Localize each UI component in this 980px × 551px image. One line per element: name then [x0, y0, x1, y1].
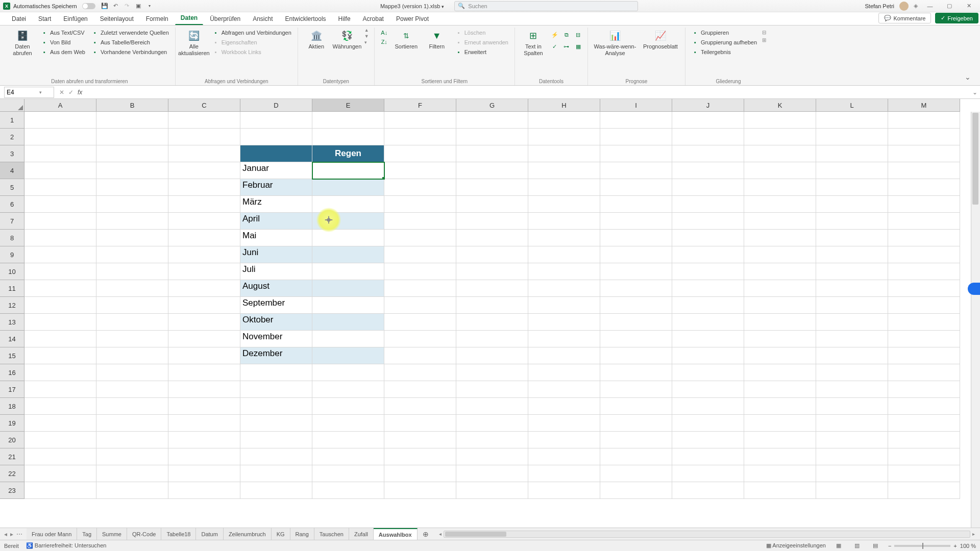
cell[interactable] — [24, 230, 96, 246]
cell[interactable] — [816, 263, 888, 280]
ribbon-item[interactable]: ▪Aus Text/CSV — [39, 29, 87, 37]
cell[interactable]: Februar — [240, 179, 312, 196]
cell[interactable] — [456, 246, 528, 263]
cell[interactable] — [600, 280, 672, 297]
cell[interactable] — [312, 432, 384, 448]
cell[interactable] — [888, 381, 960, 398]
cell[interactable] — [888, 179, 960, 196]
cell[interactable] — [888, 415, 960, 432]
row-header[interactable]: 18 — [0, 398, 24, 415]
cell[interactable]: Juni — [240, 246, 312, 263]
cell[interactable] — [528, 381, 600, 398]
cell[interactable] — [456, 347, 528, 364]
cell[interactable] — [96, 432, 168, 448]
cell[interactable] — [600, 230, 672, 246]
relations-button[interactable]: ⊶ — [561, 41, 572, 52]
cell[interactable] — [888, 398, 960, 415]
cell[interactable] — [816, 398, 888, 415]
cell[interactable] — [672, 246, 744, 263]
cell[interactable] — [168, 448, 240, 465]
cell[interactable] — [672, 213, 744, 230]
cell[interactable] — [456, 112, 528, 129]
cell[interactable] — [96, 465, 168, 482]
cell[interactable] — [312, 381, 384, 398]
cell[interactable] — [888, 246, 960, 263]
row-header[interactable]: 12 — [0, 297, 24, 314]
row-header[interactable]: 1 — [0, 112, 24, 129]
cell[interactable] — [96, 129, 168, 145]
cell[interactable] — [312, 280, 384, 297]
cells-area[interactable]: RegenJanuarFebruarMärzAprilMaiJuniJuliAu… — [24, 112, 980, 528]
cell[interactable] — [816, 112, 888, 129]
cell[interactable] — [384, 280, 456, 297]
cell[interactable] — [384, 179, 456, 196]
ribbon-item[interactable]: ▪Teilergebnis — [690, 48, 759, 56]
cell[interactable] — [24, 432, 96, 448]
cell[interactable] — [312, 112, 384, 129]
enter-icon[interactable]: ✓ — [68, 89, 74, 96]
row-header[interactable]: 15 — [0, 347, 24, 364]
cell[interactable] — [456, 482, 528, 499]
cell[interactable] — [816, 179, 888, 196]
cell[interactable] — [528, 297, 600, 314]
cell[interactable] — [384, 230, 456, 246]
cell[interactable] — [672, 415, 744, 432]
chevron-down-icon[interactable]: ▾ — [39, 90, 42, 95]
ribbon-tab-acrobat[interactable]: Acrobat — [357, 13, 389, 25]
cell[interactable]: November — [240, 331, 312, 347]
cell[interactable] — [456, 415, 528, 432]
cell[interactable] — [600, 398, 672, 415]
cell[interactable] — [96, 415, 168, 432]
cell[interactable] — [672, 179, 744, 196]
cell[interactable] — [168, 482, 240, 499]
cell[interactable] — [312, 448, 384, 465]
scroll-down-icon[interactable]: ▼ — [364, 34, 369, 39]
cell[interactable] — [24, 297, 96, 314]
cell[interactable] — [24, 448, 96, 465]
cell[interactable] — [312, 415, 384, 432]
ribbon-item[interactable]: ▪Abfragen und Verbindungen — [210, 29, 293, 37]
sheet-tab[interactable]: Frau oder Mann — [27, 528, 77, 540]
cell[interactable] — [744, 482, 816, 499]
cell[interactable] — [888, 297, 960, 314]
cell[interactable] — [384, 196, 456, 213]
cell[interactable] — [528, 331, 600, 347]
ribbon-tab-daten[interactable]: Daten — [175, 12, 203, 25]
cell[interactable] — [888, 162, 960, 179]
cell[interactable] — [600, 297, 672, 314]
cell[interactable] — [24, 112, 96, 129]
cell[interactable] — [456, 179, 528, 196]
cell[interactable] — [384, 162, 456, 179]
cell[interactable] — [744, 364, 816, 381]
cell[interactable] — [888, 129, 960, 145]
cell[interactable] — [528, 145, 600, 162]
cell[interactable] — [24, 129, 96, 145]
cell[interactable]: Regen — [312, 145, 384, 162]
cell[interactable] — [672, 145, 744, 162]
cell[interactable] — [816, 432, 888, 448]
cell[interactable] — [528, 314, 600, 331]
cell[interactable] — [384, 432, 456, 448]
cell[interactable] — [240, 145, 312, 162]
cell[interactable] — [600, 129, 672, 145]
cell[interactable] — [600, 465, 672, 482]
cell[interactable] — [888, 482, 960, 499]
cell[interactable] — [456, 314, 528, 331]
vertical-scrollbar[interactable] — [971, 112, 980, 528]
cell[interactable] — [888, 230, 960, 246]
horizontal-scrollbar[interactable] — [444, 531, 970, 538]
cell[interactable] — [744, 331, 816, 347]
cell[interactable] — [744, 297, 816, 314]
stocks-button[interactable]: 🏛️Aktien — [302, 28, 331, 52]
cell[interactable] — [384, 381, 456, 398]
cell[interactable] — [312, 482, 384, 499]
ribbon-item[interactable]: ▪Aus Tabelle/Bereich — [89, 38, 171, 46]
cell[interactable] — [528, 179, 600, 196]
cell[interactable] — [528, 112, 600, 129]
cell[interactable] — [24, 465, 96, 482]
cell[interactable] — [456, 432, 528, 448]
zoom-slider[interactable] — [894, 545, 950, 547]
row-header[interactable]: 22 — [0, 465, 24, 482]
cell[interactable] — [24, 213, 96, 230]
get-data-button[interactable]: 🗄️Daten abrufen — [8, 28, 37, 58]
